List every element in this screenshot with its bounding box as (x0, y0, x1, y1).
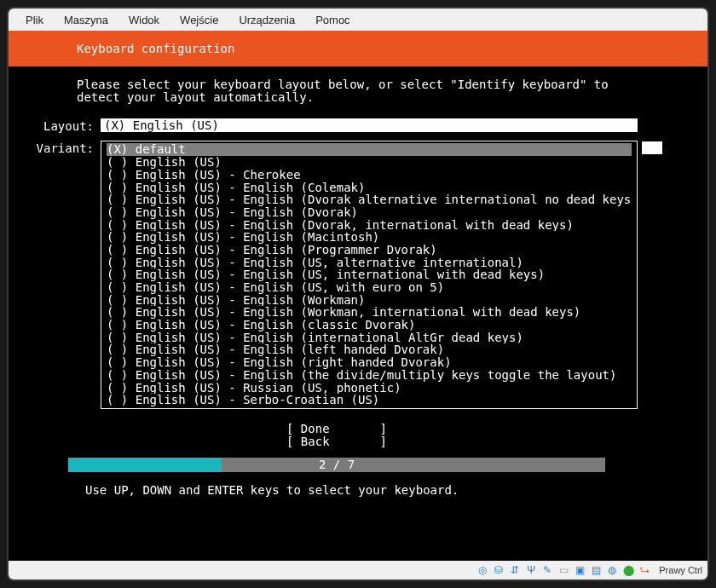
screen-title: Keyboard configuration (77, 43, 234, 55)
layout-selector[interactable]: (X) English (US) (101, 118, 638, 133)
hdd-icon[interactable]: ⛁ (492, 563, 505, 577)
variant-option[interactable]: (X) default (107, 143, 632, 156)
shared-icon[interactable]: ✎ (540, 563, 554, 577)
mouse-icon[interactable]: ⬤ (621, 563, 635, 577)
back-button[interactable]: [ Back ] (286, 435, 387, 448)
variant-option[interactable]: ( ) English (US) (107, 156, 632, 169)
variant-option[interactable]: ( ) English (US) - English (US, internat… (107, 268, 632, 281)
variant-option[interactable]: ( ) English (US) - English (Workman) (107, 294, 632, 307)
layout-label: Layout: (34, 118, 101, 133)
done-button[interactable]: [ Done ] (286, 423, 387, 435)
action-buttons: [ Done ] [ Back ] (34, 423, 639, 449)
net-icon[interactable]: ⇵ (508, 563, 522, 577)
variant-option[interactable]: ( ) English (US) - English (US, alternat… (107, 257, 632, 269)
variant-option[interactable]: ( ) English (US) - Serbo-Croatian (US) (107, 394, 632, 406)
host-statusbar: ◎ ⛁ ⇵ Ψ ✎ ▭ ▣ ▤ ◍ ⬤ ⮑ Prawy Ctrl (9, 561, 707, 579)
variant-option[interactable]: ( ) English (US) - English (classic Dvor… (107, 319, 632, 331)
cam-icon[interactable]: ▤ (589, 563, 603, 577)
progress-fill (68, 458, 222, 472)
installer-screen: Keyboard configuration Please select you… (9, 31, 707, 561)
mic-icon[interactable]: ◍ (605, 563, 619, 577)
host-menubar: Plik Maszyna Widok Wejście Urządzenia Po… (9, 9, 707, 31)
display-icon[interactable]: ▭ (557, 563, 570, 577)
menu-input[interactable]: Wejście (171, 11, 227, 29)
menu-file[interactable]: Plik (17, 11, 52, 29)
variant-option[interactable]: ( ) English (US) - English (left handed … (107, 343, 632, 356)
variant-label: Variant: (34, 141, 101, 155)
variant-listbox[interactable]: (X) default( ) English (US)( ) English (… (101, 141, 638, 408)
screen-title-bar: Keyboard configuration (9, 31, 707, 66)
layout-row: Layout: (X) English (US) (34, 118, 639, 133)
usb-icon[interactable]: Ψ (524, 563, 538, 577)
variant-option[interactable]: ( ) English (US) - English (Macintosh) (107, 231, 632, 244)
menu-devices[interactable]: Urządzenia (230, 11, 303, 29)
variant-option[interactable]: ( ) English (US) - English (Workman, int… (107, 306, 632, 319)
instruction-text: Please select your keyboard layout below… (77, 78, 639, 105)
progress-row: 2 / 7 (34, 458, 639, 472)
variant-option[interactable]: ( ) English (US) - English (internationa… (107, 331, 632, 344)
menu-machine[interactable]: Maszyna (55, 11, 117, 29)
disc-icon[interactable]: ◎ (476, 563, 489, 577)
variant-option[interactable]: ( ) English (US) - English (Dvorak) (107, 206, 632, 219)
variant-option[interactable]: ( ) English (US) - Cherokee (107, 169, 632, 182)
variant-option[interactable]: ( ) English (US) - English (the divide/m… (107, 369, 632, 382)
vm-window: Plik Maszyna Widok Wejście Urządzenia Po… (7, 7, 709, 581)
progress-text: 2 / 7 (319, 458, 355, 471)
key-icon[interactable]: ⮑ (638, 563, 651, 577)
variant-option[interactable]: ( ) English (US) - English (Dvorak alter… (107, 193, 632, 206)
variant-option[interactable]: ( ) English (US) - English (Colemak) (107, 182, 632, 194)
record-icon[interactable]: ▣ (573, 563, 586, 577)
host-key-indicator: Prawy Ctrl (659, 565, 702, 575)
menu-help[interactable]: Pomoc (307, 11, 358, 29)
variant-option[interactable]: ( ) English (US) - Russian (US, phonetic… (107, 382, 632, 395)
variant-option[interactable]: ( ) English (US) - English (US, with eur… (107, 281, 632, 294)
variant-option[interactable]: ( ) English (US) - English (right handed… (107, 356, 632, 369)
variant-row: Variant: (X) default( ) English (US)( ) … (34, 141, 639, 408)
progress-bar: 2 / 7 (68, 458, 605, 472)
menu-view[interactable]: Widok (120, 11, 168, 29)
keyboard-hint: Use UP, DOWN and ENTER keys to select yo… (85, 484, 639, 497)
variant-option[interactable]: ( ) English (US) - English (Programmer D… (107, 244, 632, 257)
screen-body: Please select your keyboard layout below… (9, 66, 707, 561)
variant-option[interactable]: ( ) English (US) - English (Dvorak, inte… (107, 219, 632, 232)
scrollbar-indicator (642, 141, 662, 154)
